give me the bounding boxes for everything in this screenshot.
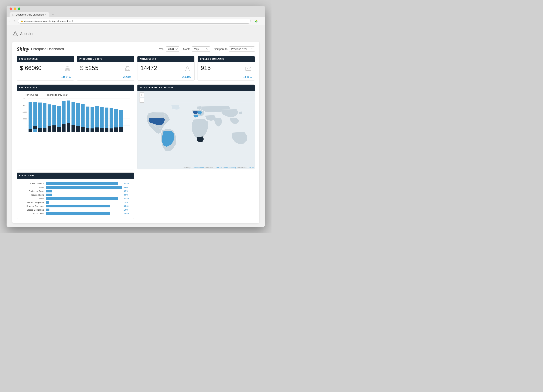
year-select[interactable]: 2020 2019 2018 [166,46,179,52]
reload-button[interactable]: ↻ [13,20,16,23]
compare-label: Compare to [214,48,227,50]
breakdown-item: Closed Complaints1.9% [20,208,131,211]
forward-button[interactable]: › [11,20,12,23]
kpi-opened-complaints-header: OPENED COMPLAINTS ··· [198,56,255,62]
svg-rect-42 [67,123,70,132]
cc-by-sa-link[interactable]: CC-BY-SA [214,167,222,168]
address-bar[interactable]: 🔒 demo.appsilon.com/apps/shiny-enterpris… [18,19,251,24]
map-zoom-in[interactable]: + [139,92,144,97]
window-minimize-dot[interactable] [14,7,16,10]
breakdown-item: Dropped Out Users36.6% [20,205,131,207]
kpi-production-costs-menu[interactable]: ··· [130,57,132,61]
svg-rect-13 [246,67,251,71]
kpi-sales-revenue-menu[interactable]: ··· [69,57,72,61]
breakdown-bar-container [46,190,122,192]
tab-close-button[interactable]: × [45,14,46,16]
kpi-production-costs-icon [124,65,131,73]
extensions-icon: 🧩 [255,20,258,23]
breakdown-item-label: Sales Revenue [20,183,44,185]
sales-revenue-chart-menu[interactable]: ··· [130,86,132,89]
breakdown-item-value: 36.6% [124,205,131,207]
kpi-opened-complaints-title: OPENED COMPLAINTS [200,58,225,60]
breakdown-bar-container [46,212,122,215]
tab-icon: ▷ [12,14,14,16]
breakdown-chart-title: BREAKDOWN [19,174,34,177]
breakdown-bar-container [46,201,122,204]
carto-link[interactable]: CARTO [248,167,254,168]
new-tab-button[interactable]: + [50,11,56,17]
map-controls: + − [139,92,144,103]
kpi-active-users-title: ACTIVE USERS [140,58,156,60]
kpi-sales-revenue-change: +41.41% [17,76,74,80]
svg-rect-54 [95,128,99,132]
svg-rect-38 [57,127,61,132]
window-maximize-dot[interactable] [18,7,20,10]
breakdown-bar [46,197,118,200]
address-url: demo.appsilon.com/apps/shiny-enterprise-… [24,20,73,22]
breakdown-bar-container [46,197,122,200]
kpi-production-costs-value: $ 5255 [80,65,98,72]
breakdown-bar [46,205,110,207]
kpi-opened-complaints-menu[interactable]: ··· [250,57,252,61]
menu-icon[interactable]: ☰ [260,20,262,23]
svg-rect-25 [29,102,32,132]
svg-rect-28 [33,126,37,129]
breakdown-item-value: 1.5% [124,201,131,203]
svg-text:0: 0 [26,131,27,132]
breakdown-bar [46,208,49,211]
svg-rect-48 [81,127,85,132]
window-close-dot[interactable] [10,7,12,10]
svg-text:8000: 8000 [23,98,27,99]
breakdown-bar-container [46,208,122,211]
breakdown-item: Produced Items3.5% [20,194,131,196]
svg-text:4000: 4000 [23,111,27,113]
breakdown-item-value: 41.4% [124,183,131,185]
sales-revenue-chart-card: SALES REVENUE ··· Revenue ($) change to … [17,84,134,169]
map-chart-menu[interactable]: ··· [250,86,252,89]
svg-rect-31 [43,103,46,132]
kpi-production-costs-header: PRODUCTION COSTS ··· [77,56,134,62]
svg-rect-36 [52,125,56,132]
kpi-sales-revenue-body: $ 66060 [17,62,74,76]
breakdown-item: Profit46% [20,186,131,189]
bar-chart-legend: Revenue ($) change to prev. year [20,94,131,96]
dashboard-brand: Shiny Enterprise Dashboard [17,46,64,52]
app-logo: Appsilon [12,31,34,37]
breakdown-chart-body: Sales Revenue41.4%Profit46%Production Co… [17,179,134,219]
breakdown-bar [46,182,118,185]
breakdown-chart-header: BREAKDOWN ··· [17,173,134,179]
legend-change-label: change to prev. year [47,94,68,96]
map-chart-header: SALES REVENUE BY COUNTRY ··· [137,85,255,91]
tab-label: Enterprise Shiny Dashboard [16,13,44,16]
dashboard-header: Shiny Enterprise Dashboard Year 2020 201… [17,46,255,52]
svg-rect-26 [29,129,32,132]
kpi-sales-revenue-value: $ 66060 [20,65,42,72]
svg-rect-34 [48,126,51,132]
kpi-active-users-menu[interactable]: ··· [190,57,192,61]
openstreetmap-link-2[interactable]: OpenStreetMap [224,167,236,168]
map-chart-body: + − Leaflet | © OpenStreetMap contributo… [137,91,255,169]
svg-rect-64 [119,127,123,132]
breakdown-item-label: Dropped Out Users [20,205,44,207]
back-button[interactable]: ‹ [10,20,11,23]
kpi-sales-revenue-icon [64,65,71,73]
breakdown-chart-menu[interactable]: ··· [130,174,132,177]
map-zoom-out[interactable]: − [139,98,144,103]
breakdown-bar-container [46,182,122,185]
svg-point-10 [187,67,189,69]
month-select[interactable]: May January February [192,46,210,52]
openstreetmap-link[interactable]: OpenStreetMap [192,167,204,168]
main-card: Shiny Enterprise Dashboard Year 2020 201… [12,42,259,223]
compare-select[interactable]: Previous Year Previous Month [229,46,255,52]
appsilon-brand-name: Appsilon [20,32,34,36]
browser-tab-active[interactable]: ▷ Enterprise Shiny Dashboard × [10,12,49,17]
breakdown-item-value: 46% [124,186,131,189]
sales-revenue-chart-title: SALES REVENUE [19,86,38,89]
breakdown-item: Production Costs3.5% [20,190,131,192]
breakdown-item-label: Opened Complaints [20,201,44,203]
app-header: Appsilon [12,29,259,39]
kpi-active-users-change: +36.49% [137,76,194,80]
breakdown-bar-container [46,205,122,207]
breakdown-item-label: Closed Complaints [20,209,44,211]
svg-rect-30 [38,128,42,132]
